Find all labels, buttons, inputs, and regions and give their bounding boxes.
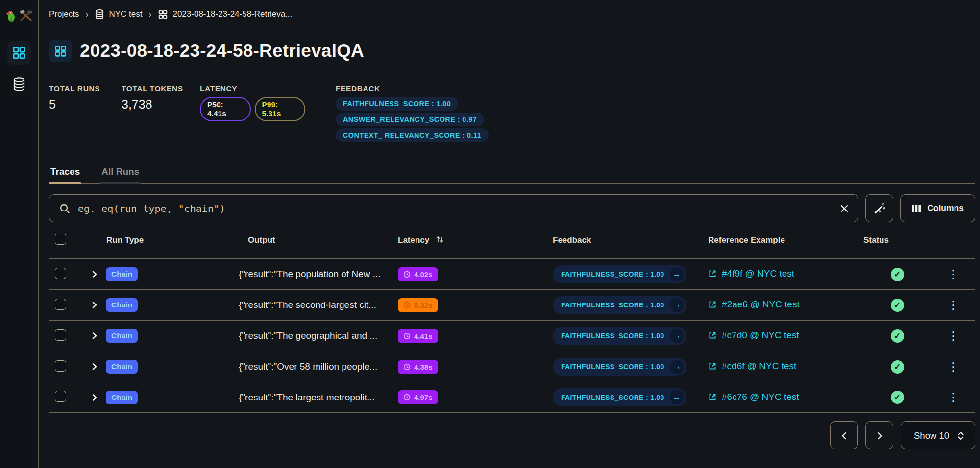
feedback-pill[interactable]: FAITHFULNESS_SCORE : 1.00 → (553, 388, 686, 406)
ai-query-wand-button[interactable] (865, 194, 893, 222)
breadcrumb-project[interactable]: 2023-08-18-23-24-58-Retrieva... (158, 9, 292, 20)
row-menu-button[interactable]: ⋮ (944, 328, 963, 344)
filter-toolbar: Columns (49, 194, 975, 222)
grid-icon (158, 9, 168, 20)
sidebar-item-projects[interactable] (7, 41, 31, 65)
column-header-output[interactable]: Output (231, 235, 398, 245)
row-menu-button[interactable]: ⋮ (944, 359, 963, 374)
search-box (49, 194, 858, 222)
status-success-icon: ✓ (891, 268, 904, 281)
latency-badge: 4.97s (398, 390, 438, 404)
columns-button[interactable]: Columns (900, 194, 975, 222)
column-header-run-type[interactable]: Run Type (76, 235, 231, 245)
reference-example-link[interactable]: #c7d0 @ NYC test (708, 330, 799, 341)
grid-icon (12, 46, 26, 60)
latency-badge: 4.02s (398, 267, 438, 281)
status-success-icon: ✓ (891, 329, 904, 343)
latency-p50-pill: P50: 4.41s (200, 97, 251, 121)
run-type-badge: Chain (106, 329, 138, 343)
latency-value: 4.38s (414, 363, 433, 371)
latency-value: 5.32s (414, 301, 433, 309)
column-header-reference-example[interactable]: Reference Example (708, 235, 863, 245)
reference-label: #cd6f @ NYC test (722, 361, 796, 372)
column-header-feedback[interactable]: Feedback (553, 235, 708, 245)
reference-label: #c7d0 @ NYC test (722, 330, 799, 341)
latency-badge: 4.41s (398, 329, 438, 343)
table-header-row: Run Type Output Latency Feedback Referen… (49, 222, 975, 258)
status-success-icon: ✓ (891, 299, 904, 312)
reference-example-link[interactable]: #4f9f @ NYC test (708, 268, 794, 279)
search-input[interactable] (78, 203, 832, 214)
feedback-label: FAITHFULNESS_SCORE : 1.00 (561, 270, 664, 278)
output-cell: {"result":"The population of New ... (231, 269, 398, 280)
columns-button-label: Columns (927, 203, 964, 213)
expand-row-button[interactable] (91, 301, 98, 309)
expand-row-button[interactable] (91, 332, 98, 340)
run-type-badge: Chain (106, 267, 138, 281)
reference-example-link[interactable]: #2ae6 @ NYC test (708, 299, 800, 310)
row-menu-button[interactable]: ⋮ (944, 390, 963, 405)
latency-value: 4.97s (414, 393, 433, 401)
sort-icon[interactable] (436, 235, 444, 244)
arrow-right-icon: → (670, 267, 684, 281)
row-checkbox[interactable] (55, 391, 66, 402)
table-row[interactable]: Chain {"result":"Over 58 million people.… (49, 351, 975, 382)
reference-example-link[interactable]: #6c76 @ NYC test (708, 392, 799, 402)
tab-all-runs[interactable]: All Runs (100, 166, 141, 183)
latency-badge: 4.38s (398, 360, 438, 374)
table-row[interactable]: Chain {"result":"The second-largest cit.… (49, 289, 975, 320)
select-all-checkbox[interactable] (55, 234, 66, 245)
table-row[interactable]: Chain {"result":"The population of New .… (49, 258, 975, 289)
breadcrumb-session[interactable]: NYC test (95, 9, 142, 20)
latency-value: 4.02s (414, 270, 433, 279)
table-row[interactable]: Chain {"result":"The largest metropolit.… (49, 382, 975, 413)
output-cell: {"result":"The geographical and ... (231, 330, 398, 341)
arrow-right-icon: → (670, 360, 684, 374)
row-menu-button[interactable]: ⋮ (944, 298, 963, 313)
reference-example-link[interactable]: #cd6f @ NYC test (708, 361, 796, 372)
tab-traces[interactable]: Traces (49, 166, 81, 183)
feedback-label: FAITHFULNESS_SCORE : 1.00 (561, 301, 664, 309)
arrow-right-icon: → (670, 329, 684, 343)
row-checkbox[interactable] (55, 299, 66, 310)
page-size-select[interactable]: Show 10 (901, 421, 975, 449)
sidebar (0, 0, 39, 468)
row-checkbox[interactable] (55, 329, 66, 341)
sidebar-item-datasets[interactable] (7, 72, 31, 96)
title-row: 2023-08-18-23-24-58-RetrievalQA (49, 39, 975, 63)
column-header-latency[interactable]: Latency (398, 235, 553, 245)
breadcrumb-projects[interactable]: Projects (49, 9, 79, 19)
traces-table: Run Type Output Latency Feedback Referen… (49, 222, 975, 413)
tab-label: Traces (50, 166, 80, 177)
expand-row-button[interactable] (91, 270, 98, 278)
column-header-label: Latency (398, 235, 429, 245)
feedback-pill[interactable]: FAITHFULNESS_SCORE : 1.00 → (553, 358, 686, 376)
expand-row-button[interactable] (91, 363, 98, 371)
table-row[interactable]: Chain {"result":"The geographical and ..… (49, 320, 975, 351)
stat-total-runs: TOTAL RUNS 5 (49, 84, 122, 112)
row-checkbox[interactable] (55, 268, 66, 279)
feedback-pill[interactable]: FAITHFULNESS_SCORE : 1.00 → (553, 296, 686, 314)
feedback-pill[interactable]: FAITHFULNESS_SCORE : 1.00 → (553, 265, 686, 283)
page-title: 2023-08-18-23-24-58-RetrievalQA (80, 41, 364, 61)
previous-page-button[interactable] (830, 421, 858, 449)
arrow-right-icon: → (670, 298, 684, 312)
clock-icon (403, 271, 411, 278)
database-icon (12, 77, 26, 92)
expand-row-button[interactable] (91, 394, 98, 401)
search-icon (59, 203, 70, 214)
feedback-pill[interactable]: FAITHFULNESS_SCORE : 1.00 → (553, 327, 686, 345)
clear-search-button[interactable] (839, 204, 849, 213)
external-link-icon (708, 362, 717, 371)
app-window: Projects › NYC test › (0, 0, 980, 468)
clock-icon (403, 302, 411, 309)
run-type-badge: Chain (106, 391, 138, 404)
row-menu-button[interactable]: ⋮ (944, 267, 963, 282)
feedback-label: FAITHFULNESS_SCORE : 1.00 (561, 394, 664, 401)
next-page-button[interactable] (865, 421, 893, 449)
chevron-right-icon (91, 270, 98, 278)
row-checkbox[interactable] (55, 360, 66, 372)
breadcrumb: Projects › NYC test › (49, 0, 975, 28)
app-logo[interactable] (5, 6, 33, 25)
column-header-status[interactable]: Status (863, 235, 931, 245)
